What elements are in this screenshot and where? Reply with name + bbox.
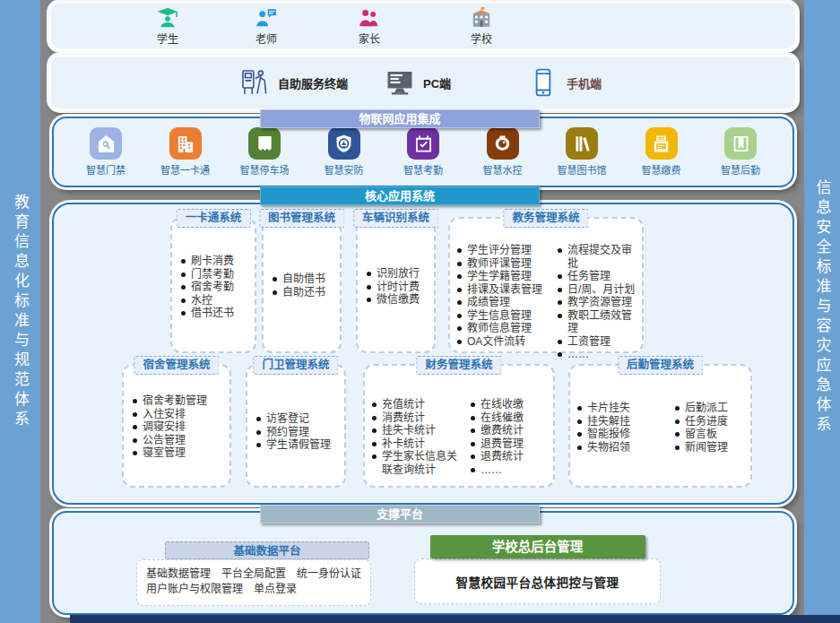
feature-label: 学生学籍管理 bbox=[467, 270, 532, 283]
system-box-finance: 财务管理系统 充值统计消费统计挂失卡统计补卡统计学生家长信息关联查询统计 在线收… bbox=[363, 364, 555, 488]
feature-item: 公告管理 bbox=[133, 434, 228, 447]
feature-label: 补卡统计 bbox=[382, 437, 425, 451]
feature-label: …… bbox=[567, 348, 589, 361]
feature-label: 学生家长信息关联查询统计 bbox=[382, 450, 467, 476]
phone-icon bbox=[528, 67, 559, 98]
feature-item: 在线收缴 bbox=[471, 398, 551, 411]
feature-label: 任务管理 bbox=[567, 270, 611, 283]
one-card-icon bbox=[175, 134, 195, 154]
feature-item: 计时计费 bbox=[367, 281, 432, 294]
feature-label: 入住安排 bbox=[143, 408, 186, 421]
feature-label: 充值统计 bbox=[382, 398, 425, 411]
system-box-title: 一卡通系统 bbox=[177, 209, 251, 228]
feature-label: 微信缴费 bbox=[377, 293, 420, 307]
feature-label: 寝室管理 bbox=[143, 446, 186, 460]
feature-item: 补卡统计 bbox=[372, 437, 467, 451]
feature-item: 日/周、月计划 bbox=[558, 283, 640, 297]
iot-tile bbox=[487, 127, 519, 160]
feature-label: 学生请假管理 bbox=[266, 438, 331, 452]
terminal-label: 自助服务终端 bbox=[278, 74, 348, 91]
iot-tile bbox=[566, 127, 598, 160]
feature-item: 排课及课表管理 bbox=[457, 283, 554, 297]
feature-item: 后勤派工 bbox=[675, 402, 749, 415]
feature-item: 缴费统计 bbox=[471, 424, 551, 437]
support-platform-panel: 基础数据平台 基础数据管理 平台全局配置 统一身份认证 用户账户与权限管理 单点… bbox=[52, 511, 794, 615]
smart-campus-architecture-diagram: 教育信息化标准与规范体系 信息安全标准与容灾应急体系 学生 老师 家长 学校 bbox=[0, 0, 840, 623]
feature-label: 留言板 bbox=[685, 428, 717, 441]
user-role-label: 家长 bbox=[359, 30, 380, 46]
feature-item: 教师评课管理 bbox=[457, 257, 554, 271]
system-box-onecard: 一卡通系统 刷卡消费门禁考勤宿舍考勤水控借书还书 bbox=[170, 217, 256, 353]
feature-item: 学生信息管理 bbox=[457, 309, 554, 323]
feature-label: 宿舍考勤管理 bbox=[143, 394, 207, 408]
feature-item: 学生请假管理 bbox=[256, 438, 342, 452]
feature-item: OA文件流转 bbox=[457, 335, 554, 349]
user-role-label: 老师 bbox=[255, 30, 277, 46]
feature-columns: 学生评分管理教师评课管理学生学籍管理排课及课表管理成绩管理学生信息管理教师信息管… bbox=[450, 244, 642, 361]
feature-item: 门禁考勤 bbox=[181, 268, 253, 281]
feature-item: 退费管理 bbox=[471, 437, 551, 451]
feature-item: 宿舍考勤管理 bbox=[133, 394, 228, 408]
feature-label: 宿舍考勤 bbox=[191, 281, 234, 294]
feature-label: 退费管理 bbox=[481, 437, 524, 451]
user-roles-row: 学生 老师 家长 学校 bbox=[51, 4, 795, 48]
feature-item: 学生学籍管理 bbox=[457, 270, 554, 283]
feature-label: 教学资源管理 bbox=[567, 296, 632, 309]
feature-item: 预约管理 bbox=[256, 426, 342, 439]
feature-label: 访客登记 bbox=[266, 412, 309, 426]
iot-app-item: 智慧图书馆 bbox=[553, 127, 611, 177]
support-section-banner: 支撑平台 bbox=[260, 505, 540, 523]
iot-tile bbox=[169, 127, 202, 160]
feature-item: 失物招领 bbox=[577, 441, 671, 454]
iot-tile bbox=[724, 127, 757, 160]
core-section-banner: 核心应用系统 bbox=[260, 186, 540, 205]
feature-item: 任务管理 bbox=[558, 270, 640, 283]
school-admin-pane: 智慧校园平台总体把控与管理 bbox=[414, 558, 661, 604]
logistics-icon bbox=[731, 134, 751, 154]
feature-label: 后勤派工 bbox=[685, 402, 728, 415]
feature-label: 排课及课表管理 bbox=[467, 283, 542, 297]
system-box-gate: 门卫管理系统 访客登记预约管理学生请假管理 bbox=[246, 364, 346, 488]
feature-item: 任务进度 bbox=[675, 415, 749, 428]
feature-label: 智能报修 bbox=[587, 428, 630, 441]
feature-label: 卡片挂失 bbox=[587, 402, 630, 415]
feature-item: 借书还书 bbox=[181, 307, 253, 320]
feature-item: 入住安排 bbox=[133, 408, 228, 421]
access-control-icon bbox=[96, 134, 117, 154]
right-standards-banner: 信息安全标准与容灾应急体系 bbox=[804, 0, 840, 615]
core-systems-panel: 一卡通系统 刷卡消费门禁考勤宿舍考勤水控借书还书 图书管理系统 自助借书自助还书… bbox=[52, 203, 794, 505]
feature-item: 调寝安排 bbox=[133, 420, 228, 434]
iot-app-label: 智慧后勤 bbox=[721, 162, 760, 177]
feature-item: 退费统计 bbox=[471, 450, 551, 463]
base-platform-line1: 基础数据管理 平台全局配置 统一身份认证 bbox=[146, 567, 363, 582]
feature-item: 访客登记 bbox=[256, 412, 342, 426]
bottom-accent-bar bbox=[70, 615, 840, 623]
user-role-label: 学生 bbox=[157, 30, 178, 46]
feature-label: 自助借书 bbox=[282, 273, 325, 286]
teacher-icon bbox=[255, 6, 278, 30]
feature-item: 充值统计 bbox=[372, 398, 467, 411]
feature-item: 消费统计 bbox=[372, 411, 467, 425]
feature-label: 教师评课管理 bbox=[467, 257, 532, 271]
user-roles-panel: 学生 老师 家长 学校 bbox=[49, 2, 797, 50]
feature-item: 自助借书 bbox=[273, 273, 338, 286]
feature-label: 计时计费 bbox=[377, 281, 420, 294]
feature-item: 工资管理 bbox=[558, 335, 640, 349]
terminals-panel: 自助服务终端 PC端 手机端 bbox=[49, 55, 797, 110]
feature-item: 挂失解挂 bbox=[577, 415, 671, 428]
base-data-platform-group: 基础数据平台 基础数据管理 平台全局配置 统一身份认证 用户账户与权限管理 单点… bbox=[136, 541, 371, 606]
feature-item: 水控 bbox=[181, 294, 253, 307]
terminal-item: 自助服务终端 bbox=[239, 67, 348, 98]
parents-icon bbox=[358, 6, 381, 30]
feature-item: 学生评分管理 bbox=[457, 244, 554, 257]
system-box-logistics: 后勤管理系统 卡片挂失挂失解挂智能报修失物招领 后勤派工任务进度留言板新闻管理 bbox=[568, 364, 752, 488]
feature-label: 借书还书 bbox=[191, 307, 234, 320]
feature-item: 刷卡消费 bbox=[181, 255, 253, 268]
feature-label: 教职工绩效管理 bbox=[567, 309, 640, 335]
feature-item: 教师信息管理 bbox=[457, 322, 554, 335]
iot-app-label: 智慧一卡通 bbox=[160, 162, 210, 177]
feature-label: 挂失解挂 bbox=[587, 415, 630, 428]
system-box-title: 财务管理系统 bbox=[416, 356, 501, 375]
iot-app-item: 智慧水控 bbox=[474, 127, 532, 177]
school-icon bbox=[470, 6, 493, 30]
